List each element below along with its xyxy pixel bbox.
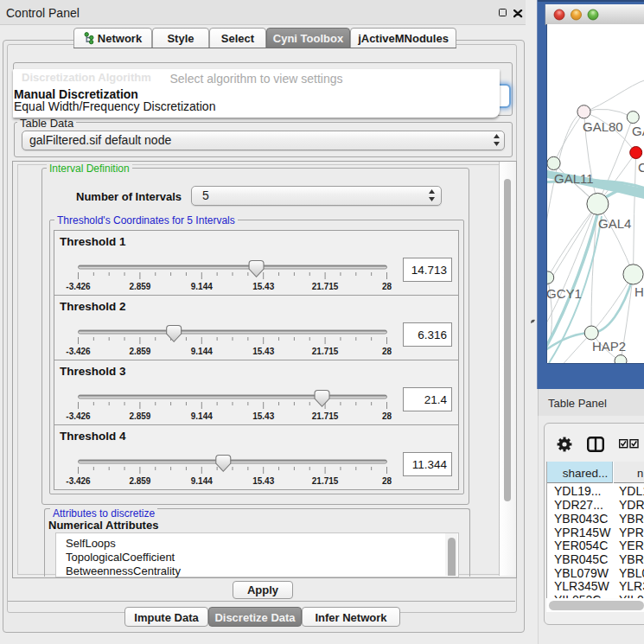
svg-text:-3.426: -3.426 — [66, 282, 91, 291]
svg-text:C: C — [638, 160, 644, 175]
svg-text:HAP2: HAP2 — [592, 339, 626, 354]
svg-text:9.144: 9.144 — [191, 476, 213, 486]
svg-text:28: 28 — [382, 411, 392, 421]
svg-text:9.144: 9.144 — [191, 347, 213, 356]
svg-text:GAL11: GAL11 — [554, 171, 594, 186]
svg-text:28: 28 — [382, 476, 392, 486]
svg-text:9.144: 9.144 — [191, 411, 213, 421]
svg-text:2.859: 2.859 — [129, 282, 150, 291]
svg-text:15.43: 15.43 — [252, 282, 274, 291]
svg-text:21.715: 21.715 — [312, 282, 339, 291]
svg-text:2.859: 2.859 — [129, 347, 150, 356]
svg-text:-3.426: -3.426 — [66, 476, 91, 486]
svg-text:2.859: 2.859 — [129, 411, 150, 421]
svg-text:21.715: 21.715 — [312, 347, 339, 356]
svg-text:15.43: 15.43 — [252, 411, 274, 421]
svg-text:28: 28 — [382, 347, 392, 356]
svg-text:GAL4: GAL4 — [598, 216, 631, 231]
svg-text:9.144: 9.144 — [191, 282, 213, 291]
svg-text:-3.426: -3.426 — [66, 411, 91, 421]
svg-text:GA: GA — [632, 124, 644, 138]
svg-text:15.43: 15.43 — [252, 476, 274, 486]
svg-text:21.715: 21.715 — [312, 476, 339, 486]
svg-text:2.859: 2.859 — [129, 476, 150, 486]
svg-text:H: H — [634, 284, 644, 299]
svg-text:GAL80: GAL80 — [583, 119, 623, 134]
svg-text:GCY1: GCY1 — [547, 286, 582, 301]
svg-text:21.715: 21.715 — [312, 411, 339, 421]
svg-text:28: 28 — [382, 282, 392, 291]
svg-text:-3.426: -3.426 — [66, 347, 91, 356]
svg-text:15.43: 15.43 — [252, 347, 274, 356]
